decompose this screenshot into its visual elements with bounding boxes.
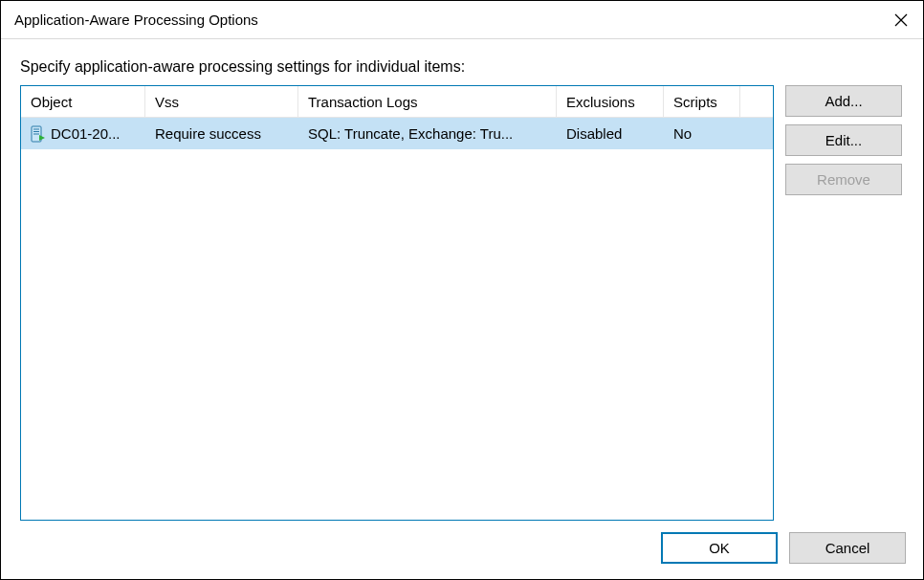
cancel-button[interactable]: Cancel: [789, 532, 906, 564]
edit-button[interactable]: Edit...: [785, 124, 902, 156]
cell-object-text: DC01-20...: [51, 125, 121, 142]
table-row[interactable]: DC01-20... Require success SQL: Truncate…: [21, 118, 773, 149]
cell-transaction-logs: SQL: Truncate, Exchange: Tru...: [298, 118, 557, 149]
cell-vss: Require success: [145, 118, 298, 149]
server-icon: [31, 125, 46, 143]
main-area: Object Vss Transaction Logs Exclusions S…: [20, 85, 906, 521]
window-title: Application-Aware Processing Options: [14, 11, 258, 28]
column-header-exclusions[interactable]: Exclusions: [557, 86, 664, 117]
column-header-transaction-logs[interactable]: Transaction Logs: [298, 86, 557, 117]
close-button[interactable]: [879, 1, 923, 39]
cell-scripts: No: [664, 118, 740, 149]
table-header: Object Vss Transaction Logs Exclusions S…: [21, 86, 773, 118]
cell-object: DC01-20...: [21, 118, 145, 149]
cell-exclusions: Disabled: [557, 118, 664, 149]
side-buttons: Add... Edit... Remove: [785, 85, 902, 521]
dialog-footer: OK Cancel: [20, 532, 906, 564]
add-button[interactable]: Add...: [785, 85, 902, 117]
close-icon: [894, 13, 908, 27]
svg-marker-6: [39, 135, 45, 141]
titlebar: Application-Aware Processing Options: [1, 1, 923, 39]
dialog-content: Specify application-aware processing set…: [1, 39, 923, 579]
column-header-scripts[interactable]: Scripts: [664, 86, 740, 117]
column-header-object[interactable]: Object: [21, 86, 145, 117]
column-header-vss[interactable]: Vss: [145, 86, 298, 117]
ok-button[interactable]: OK: [661, 532, 778, 564]
instruction-text: Specify application-aware processing set…: [20, 58, 906, 76]
remove-button: Remove: [785, 164, 902, 195]
items-table[interactable]: Object Vss Transaction Logs Exclusions S…: [20, 85, 774, 521]
column-header-spacer: [740, 86, 773, 117]
